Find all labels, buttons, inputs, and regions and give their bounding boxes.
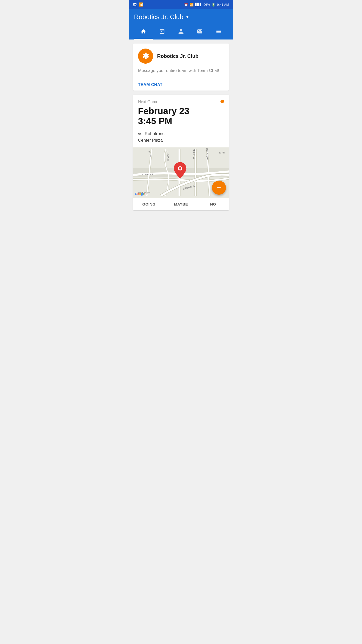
game-label: Next Game [138,100,224,104]
hamburger-icon [216,28,222,36]
team-chat-link[interactable]: TEAM CHAT [138,83,163,87]
main-content: ✱ Robotics Jr. Club Message your entire … [129,39,233,214]
mail-icon [197,28,203,36]
svg-text:Center Rd: Center Rd [142,173,153,176]
team-logo: ✱ [138,49,153,64]
home-icon [140,28,146,36]
bottom-action-bar: GOING MAYBE NO [133,198,229,210]
nav-bar [134,25,228,39]
app-header: Robotics Jr. Club ▼ [129,9,233,39]
battery-percent: 96% [203,3,210,7]
svg-text:M Id Pl W: M Id Pl W [193,149,195,159]
maybe-button[interactable]: MAYBE [165,198,197,210]
game-opponent: vs. Robotrons Center Plaza [138,131,224,143]
add-icon: + [217,184,221,191]
signal-icon: ▋▋▋ [195,3,202,6]
team-logo-asterisk: ✱ [142,51,149,61]
game-info: Next Game February 23 3:45 PM vs. Robotr… [133,95,229,148]
wifi-calling-icon: 📶 [139,2,144,7]
going-button[interactable]: GOING [133,198,165,210]
wifi-icon: 📶 [190,3,194,7]
team-header: ✱ Robotics Jr. Club [138,49,224,64]
no-button[interactable]: NO [197,198,229,210]
person-icon [178,28,184,36]
status-bar-left: 🖼 📶 [133,2,144,7]
dropdown-arrow: ▼ [186,15,190,19]
game-date: February 23 [138,106,224,116]
team-message: Message your entire team with Team Chat! [138,68,224,74]
next-game-card: Next Game February 23 3:45 PM vs. Robotr… [133,95,229,211]
nav-item-calendar[interactable] [153,25,172,39]
google-logo: Google [135,192,145,196]
image-icon: 🖼 [133,3,137,7]
status-bar-right: ⏰ 📶 ▋▋▋ 96% 🔋 9:41 AM [184,3,229,7]
svg-text:10th Ave W: 10th Ave W [205,148,208,160]
nav-item-home[interactable] [134,25,153,39]
team-name: Robotics Jr. Club [157,53,198,59]
status-bar: 🖼 📶 ⏰ 📶 ▋▋▋ 96% 🔋 9:41 AM [129,0,233,9]
alarm-icon: ⏰ [184,3,188,7]
notification-dot [220,100,224,103]
clock: 9:41 AM [217,3,229,7]
team-chat-card-body: ✱ Robotics Jr. Club Message your entire … [133,44,229,79]
map-area[interactable]: St SW 11th Pl W M Id Pl W 10th Ave W 117… [133,147,229,198]
battery-icon: 🔋 [211,3,215,7]
nav-item-messages[interactable] [190,25,209,39]
fab-add-button[interactable]: + [212,181,226,195]
header-title-row[interactable]: Robotics Jr. Club ▼ [134,13,228,25]
game-time: 3:45 PM [138,116,224,127]
svg-point-12 [179,167,181,170]
svg-text:117th: 117th [219,152,224,154]
team-chat-action[interactable]: TEAM CHAT [133,79,229,91]
app-title: Robotics Jr. Club [134,13,184,21]
nav-item-profile[interactable] [172,25,191,39]
nav-item-menu[interactable] [209,25,228,39]
calendar-icon [159,28,165,36]
team-chat-card: ✱ Robotics Jr. Club Message your entire … [133,44,229,91]
